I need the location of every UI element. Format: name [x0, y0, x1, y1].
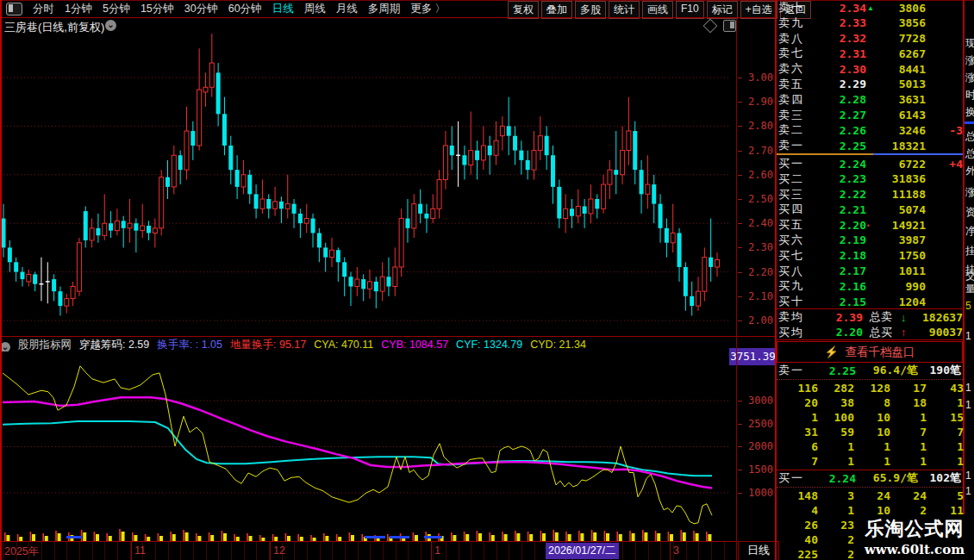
- candle-97: [614, 131, 618, 194]
- tab-period-8[interactable]: 月线: [336, 2, 358, 16]
- tab-period-4[interactable]: 30分钟: [184, 2, 218, 16]
- volume: 3806: [877, 2, 926, 15]
- strip-char-3: 时: [965, 88, 974, 103]
- month-tick: [131, 542, 132, 560]
- tab-period-10[interactable]: 更多 〉: [410, 2, 446, 16]
- sell-level-8[interactable]: 卖二2.263246-3: [777, 122, 963, 138]
- strip-char-2: 涨: [965, 71, 974, 85]
- sell-detail-row-1: 20388181: [777, 395, 963, 410]
- volume: 31836: [877, 172, 926, 185]
- candle-93: [589, 184, 593, 223]
- buy-level-label: 买八: [777, 264, 811, 279]
- buy-level-3[interactable]: 买四2.215074: [777, 202, 963, 217]
- strip-char-14: 交: [965, 269, 974, 283]
- buy-level-4[interactable]: 买五2.20▪14921: [777, 217, 963, 233]
- sell-level-2[interactable]: 卖八2.327728: [777, 31, 963, 47]
- candle-56: [355, 267, 359, 296]
- avg-row-1: 买均2.20总买↑90037: [777, 325, 963, 340]
- tab-period-2[interactable]: 5分钟: [103, 2, 130, 16]
- sell-level-6[interactable]: 卖四2.283631: [777, 92, 963, 108]
- toolbar-button-3[interactable]: 统计: [609, 1, 640, 19]
- buy-level-label: 买一: [777, 156, 811, 171]
- time-label-2: 12: [273, 544, 285, 557]
- toolbar-button-0[interactable]: 复权: [508, 1, 539, 19]
- tab-period-3[interactable]: 15分钟: [140, 2, 174, 16]
- toolbar-button-1[interactable]: 叠加: [541, 1, 572, 19]
- candle-23: [147, 221, 151, 240]
- candle-40: [254, 184, 259, 218]
- candlestick-chart[interactable]: [0, 17, 737, 337]
- candle-3: [20, 267, 24, 287]
- candle-60: [380, 262, 384, 301]
- toolbar-button-2[interactable]: 多股: [575, 1, 606, 19]
- stat-price: 2.25: [808, 364, 856, 377]
- sell-level-9[interactable]: 卖一2.2518321: [777, 138, 963, 153]
- buy-level-label: 买二: [777, 171, 811, 187]
- candle-22: [140, 204, 145, 238]
- selected-date-box: 2026/01/27/二: [546, 543, 619, 559]
- sell-detail-row-0: 1162821281743: [777, 381, 963, 395]
- buy-level-6[interactable]: 买七2.181750: [777, 248, 963, 264]
- candle-36: [228, 136, 233, 184]
- delta: -3: [926, 124, 963, 137]
- buy-level-7[interactable]: 买八2.171011: [777, 264, 963, 279]
- panel-divider: [0, 336, 777, 337]
- sell-level-1[interactable]: 卖九2.333856: [777, 16, 963, 31]
- cell: 1: [854, 455, 890, 468]
- level2-link[interactable]: ⚡ 查看千档盘口: [777, 341, 963, 363]
- period-indicator[interactable]: 日线: [738, 541, 779, 560]
- candle-33: [209, 34, 214, 96]
- tab-period-0[interactable]: 分时: [33, 2, 54, 16]
- cell: 1: [927, 396, 964, 409]
- tab-period-7[interactable]: 周线: [304, 2, 326, 16]
- cell: 1: [818, 504, 854, 517]
- buy-level-9[interactable]: 买十2.151204: [777, 294, 963, 309]
- buy-level-8[interactable]: 买九2.16990: [777, 278, 963, 294]
- toolbar-button-4[interactable]: 画线: [642, 1, 673, 19]
- buy-level-5[interactable]: 买六2.193987: [777, 233, 963, 248]
- tab-period-9[interactable]: 多周期: [368, 2, 401, 16]
- buy-level-1[interactable]: 买二2.2331836: [777, 171, 963, 187]
- sell-level-7[interactable]: 卖三2.276143: [777, 108, 963, 123]
- buy-level-0[interactable]: 买一2.246722+4: [777, 156, 963, 171]
- volume: 7728: [877, 32, 926, 45]
- toolbar-button-7[interactable]: +自选: [740, 1, 777, 19]
- sell-level-0[interactable]: 卖十2.34▲3806: [777, 0, 963, 16]
- tab-period-6[interactable]: 日线: [272, 2, 294, 16]
- time-tick: [509, 542, 509, 560]
- window-split-icon[interactable]: [6, 3, 22, 16]
- cell: 2: [818, 548, 854, 560]
- candle-1: [8, 240, 12, 272]
- candle-113: [715, 252, 720, 277]
- watermark: 乐淘公式网 www.60lt.com: [855, 514, 974, 560]
- cell: 3: [818, 489, 854, 502]
- clipped-side-panel: 现涨涨时换总总外涨资净挂挂量交511111: [965, 0, 974, 560]
- price: 2.16: [811, 280, 866, 293]
- cell: 59: [818, 426, 854, 439]
- time-tick: [370, 542, 371, 560]
- candle-79: [500, 116, 504, 150]
- time-tick: [408, 542, 409, 560]
- candle-5: [33, 272, 37, 292]
- candle-9: [58, 287, 62, 316]
- candle-65: [412, 194, 416, 238]
- sell-level-4[interactable]: 卖六2.308441: [777, 61, 963, 77]
- indicator-value-5: CYB: 1084.57: [381, 339, 448, 351]
- strip-char-16: 1: [965, 330, 971, 342]
- time-tick: [332, 542, 333, 560]
- cell: 1: [927, 455, 964, 468]
- sell1-stat-row: 卖一2.2596.4/笔190笔: [777, 363, 963, 378]
- price-tick: [738, 78, 742, 78]
- avg-price: 2.39: [811, 311, 863, 324]
- sell-level-5[interactable]: 卖五2.295013: [777, 77, 963, 92]
- candle-20: [128, 199, 132, 243]
- tab-period-5[interactable]: 60分钟: [228, 2, 262, 16]
- candle-102: [646, 155, 650, 208]
- sell-level-3[interactable]: 卖七2.316267: [777, 46, 963, 61]
- candle-14: [90, 219, 94, 248]
- tab-period-1[interactable]: 1分钟: [65, 2, 92, 16]
- toolbar-button-6[interactable]: 标记: [707, 1, 738, 19]
- toolbar-button-5[interactable]: F10: [676, 1, 704, 19]
- buy-level-2[interactable]: 买三2.2211188: [777, 187, 963, 202]
- indicator-chart[interactable]: [0, 352, 737, 541]
